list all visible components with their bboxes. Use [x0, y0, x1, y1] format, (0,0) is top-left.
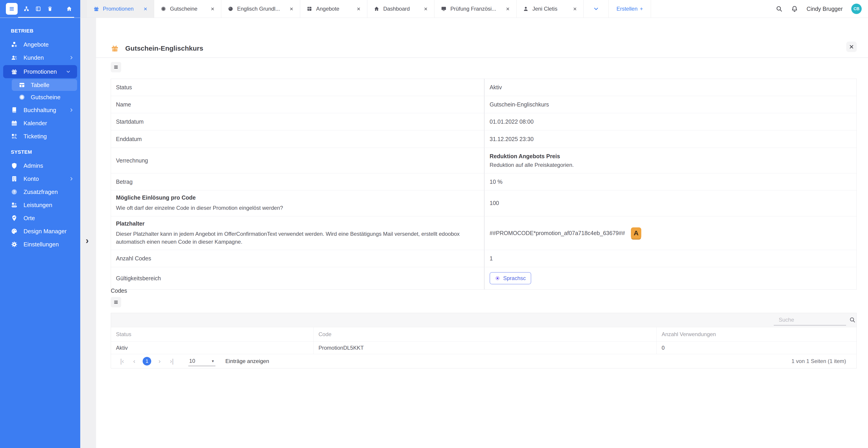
sidebar-item-design-manager[interactable]: Design Manager — [0, 225, 80, 238]
codes-toolbar — [111, 313, 857, 327]
sidebar-subitem-gutscheine[interactable]: $Gutscheine — [12, 91, 77, 103]
placeholder-code: ##PROMOCODE*promotion_af07a718c4eb_63679… — [490, 230, 625, 236]
panel-view-button[interactable] — [35, 6, 41, 12]
detail-value: 100 — [490, 200, 852, 206]
sidebar-item-buchhaltung[interactable]: Buchhaltung — [0, 103, 80, 117]
first-page-button[interactable]: |‹ — [118, 358, 126, 365]
palette-icon — [11, 228, 18, 235]
detail-value: 10 % — [490, 179, 852, 185]
sidebar-subitem-label: Tabelle — [31, 82, 49, 89]
sidebar-item-angebote[interactable]: Angebote — [0, 38, 80, 51]
tabs-overflow-button[interactable] — [584, 0, 609, 18]
services-icon — [11, 202, 18, 209]
page-size-select[interactable]: 10 ▼ — [188, 356, 215, 366]
tab-close-icon[interactable] — [205, 7, 215, 11]
sidebar-item-promotionen[interactable]: Promotionen — [3, 65, 77, 78]
pagination-nav: |‹ ‹ 1 › ›| — [118, 357, 176, 365]
page-size-value: 10 — [189, 358, 195, 364]
detail-row-name: NameGutschein-Englischkurs — [111, 96, 857, 113]
current-page-button[interactable]: 1 — [143, 357, 151, 365]
tab-close-icon[interactable] — [137, 7, 148, 11]
sidebar-item-kalender[interactable]: Kalender — [0, 117, 80, 130]
sidebar-item-admins[interactable]: Admins — [0, 159, 80, 172]
validity-scope-chip[interactable]: Sprachsc — [490, 272, 531, 284]
detail-menu-button[interactable] — [111, 62, 121, 72]
detail-label: Enddatum — [116, 136, 475, 142]
globe-icon — [228, 6, 234, 12]
search-icon[interactable] — [849, 317, 856, 323]
chevron-down-icon — [66, 69, 71, 74]
next-page-button[interactable]: › — [156, 358, 163, 365]
codes-cell: PromotionDL5KKT — [313, 342, 656, 354]
panel-icon — [35, 6, 41, 12]
sidebar-toggle-button[interactable] — [6, 3, 18, 15]
codes-table-row[interactable]: AktivPromotionDL5KKT0 — [111, 342, 857, 354]
sidebar-subitem-label: Gutscheine — [31, 94, 61, 101]
sidebar-item-zusatzfragen[interactable]: ?Zusatzfragen — [0, 185, 80, 198]
user-name[interactable]: Cindy Brugger — [807, 6, 843, 12]
detail-value: 1 — [490, 255, 852, 262]
tab-pr-fung-franz-si-[interactable]: Prüfung Französi... — [434, 0, 517, 18]
notifications-button[interactable] — [791, 5, 798, 12]
tabbar-lead — [80, 0, 87, 18]
tab-close-icon[interactable] — [500, 7, 510, 11]
detail-label-cell: Enddatum — [111, 130, 484, 148]
gift-icon — [11, 68, 18, 75]
sidebar: BETRIEBAngeboteKundenPromotionenTabelle$… — [0, 18, 80, 448]
sidebar-item-label: Promotionen — [24, 68, 57, 75]
sidebar-subitem-tabelle[interactable]: Tabelle — [12, 79, 77, 91]
detail-value-cell: 100 — [484, 190, 857, 216]
topbar-right: Cindy Brugger CB — [776, 0, 868, 18]
gear-icon — [11, 241, 18, 248]
sidebar-item-kunden[interactable]: Kunden — [0, 51, 80, 64]
tab-angebote[interactable]: Angebote — [300, 0, 367, 18]
sidebar-item-ticketing[interactable]: Ticketing — [0, 130, 80, 143]
tab-label: Englisch Grundl... — [237, 6, 280, 12]
detail-label: Startdatum — [116, 119, 475, 125]
tab-promotionen[interactable]: Promotionen — [87, 0, 154, 18]
sidebar-item-label: Ticketing — [24, 133, 47, 140]
close-detail-button[interactable] — [846, 41, 857, 52]
tab-dashboard[interactable]: Dashboard — [367, 0, 434, 18]
last-page-button[interactable]: ›| — [168, 358, 176, 365]
tab-close-icon[interactable] — [283, 7, 293, 11]
sidebar-item-orte[interactable]: Orte — [0, 212, 80, 225]
copy-placeholder-badge[interactable]: A — [631, 227, 641, 239]
tab-close-icon[interactable] — [567, 7, 577, 11]
codes-menu-button[interactable] — [111, 297, 121, 308]
codes-cell: Aktiv — [111, 342, 313, 354]
tab-jeni-cletis[interactable]: Jeni Cletis — [517, 0, 584, 18]
trash-button[interactable] — [47, 6, 53, 12]
sidebar-item-label: Orte — [24, 215, 35, 222]
home-button[interactable] — [66, 6, 72, 12]
tab-englisch-grundl-[interactable]: Englisch Grundl... — [221, 0, 300, 18]
tree-view-button[interactable] — [24, 6, 29, 12]
ticket-icon — [11, 133, 18, 140]
radio-icon — [495, 276, 500, 281]
tab-close-icon[interactable] — [350, 7, 361, 11]
sidebar-item-leistungen[interactable]: Leistungen — [0, 198, 80, 212]
avatar[interactable]: CB — [851, 4, 862, 14]
expand-panel-button[interactable]: › — [86, 236, 89, 245]
sidebar-item-konto[interactable]: Konto — [0, 172, 80, 185]
tab-gutscheine[interactable]: $Gutscheine — [154, 0, 221, 18]
search-button[interactable] — [776, 5, 782, 12]
placeholder-code-line: ##PROMOCODE*promotion_af07a718c4eb_63679… — [490, 227, 852, 239]
search-input[interactable] — [774, 316, 849, 323]
sidebar-item-einstellungen[interactable]: Einstellungen — [0, 238, 80, 251]
codes-column-header: Anzahl Verwendungen — [656, 327, 857, 341]
svg-text:$: $ — [163, 7, 164, 11]
detail-row-g-ltigkeitsbereich: GültigkeitsbereichSprachsc — [111, 267, 857, 289]
detail-label: Mögliche Einlösung pro Code — [116, 194, 475, 201]
detail-label-cell: Startdatum — [111, 113, 484, 130]
tab-strip: Promotionen$GutscheineEnglisch Grundl...… — [87, 0, 584, 18]
search-box — [774, 315, 846, 325]
prev-page-button[interactable]: ‹ — [130, 358, 138, 365]
detail-value-cell: Aktiv — [484, 79, 857, 96]
create-tab-button[interactable]: Erstellen + — [609, 0, 651, 18]
sidebar-section-label: SYSTEM — [11, 149, 80, 155]
main-content: Gutschein-Englischkurs StatusAktivNameGu… — [96, 18, 868, 448]
bell-icon — [791, 5, 798, 12]
detail-label-cell: Anzahl Codes — [111, 250, 484, 267]
tab-close-icon[interactable] — [418, 7, 428, 11]
